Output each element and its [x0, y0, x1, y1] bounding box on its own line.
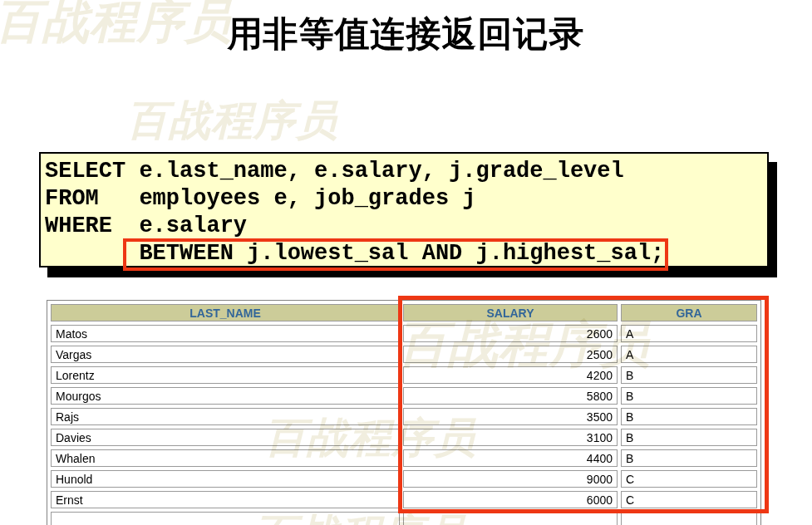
- last-name-cell: Mourgos: [51, 387, 400, 405]
- salary-cell: 9000: [403, 470, 618, 488]
- last-name-cell: Ernst: [51, 491, 400, 508]
- last-name-cell: Vargas: [51, 346, 400, 363]
- salary-cell: 2500: [403, 346, 618, 363]
- last-name-cell: Matos: [51, 325, 400, 342]
- sql-code-box: SELECT e.last_name, e.salary, j.grade_le…: [39, 152, 769, 267]
- table-row: Whalen4400B: [51, 449, 757, 467]
- salary-cell: 3100: [403, 429, 618, 446]
- grade-cell: B: [621, 429, 757, 446]
- table-row: Ernst6000C: [51, 491, 757, 508]
- last-name-cell: Davies: [51, 429, 400, 446]
- sql-line-between: BETWEEN j.lowest_sal AND j.highest_sal;: [45, 240, 767, 267]
- empty-cell: [621, 512, 757, 525]
- watermark-above-code: 百战程序员: [126, 100, 338, 141]
- sql-line-where: WHERE e.salary: [45, 213, 767, 240]
- table-row: Vargas2500A: [51, 346, 757, 363]
- table-row: Hunold9000C: [51, 470, 757, 488]
- table-row: Davies3100B: [51, 429, 757, 446]
- page-title: 用非等值连接返回记录: [0, 11, 812, 57]
- table-row: Matos2600A: [51, 325, 757, 342]
- table-header-row: LAST_NAME SALARY GRA: [51, 304, 757, 321]
- empty-cell: [403, 512, 618, 525]
- salary-cell: 2600: [403, 325, 618, 342]
- query-result-table: LAST_NAME SALARY GRA Matos2600AVargas250…: [47, 300, 761, 525]
- grade-cell: B: [621, 366, 757, 384]
- grade-cell: A: [621, 325, 757, 342]
- salary-cell: 3500: [403, 408, 618, 425]
- grade-cell: B: [621, 387, 757, 405]
- table-row: Lorentz4200B: [51, 366, 757, 384]
- salary-cell: 4400: [403, 449, 618, 467]
- column-header-gra: GRA: [621, 304, 757, 321]
- grade-cell: C: [621, 470, 757, 488]
- salary-cell: 4200: [403, 366, 618, 384]
- grade-cell: B: [621, 449, 757, 467]
- last-name-cell: Hunold: [51, 470, 400, 488]
- grade-cell: A: [621, 346, 757, 363]
- last-name-cell: Rajs: [51, 408, 400, 425]
- last-name-cell: Whalen: [51, 449, 400, 467]
- query-result-area: LAST_NAME SALARY GRA Matos2600AVargas250…: [47, 300, 761, 525]
- grade-cell: B: [621, 408, 757, 425]
- salary-cell: 6000: [403, 491, 618, 508]
- last-name-cell: Lorentz: [51, 366, 400, 384]
- column-header-last-name: LAST_NAME: [51, 304, 400, 321]
- table-row-partial: [51, 512, 757, 525]
- table-row: Mourgos5800B: [51, 387, 757, 405]
- column-header-salary: SALARY: [403, 304, 618, 321]
- grade-cell: C: [621, 491, 757, 508]
- sql-line-select: SELECT e.last_name, e.salary, j.grade_le…: [45, 158, 767, 185]
- salary-cell: 5800: [403, 387, 618, 405]
- empty-cell: [51, 512, 400, 525]
- table-row: Rajs3500B: [51, 408, 757, 425]
- sql-line-from: FROM employees e, job_grades j: [45, 185, 767, 213]
